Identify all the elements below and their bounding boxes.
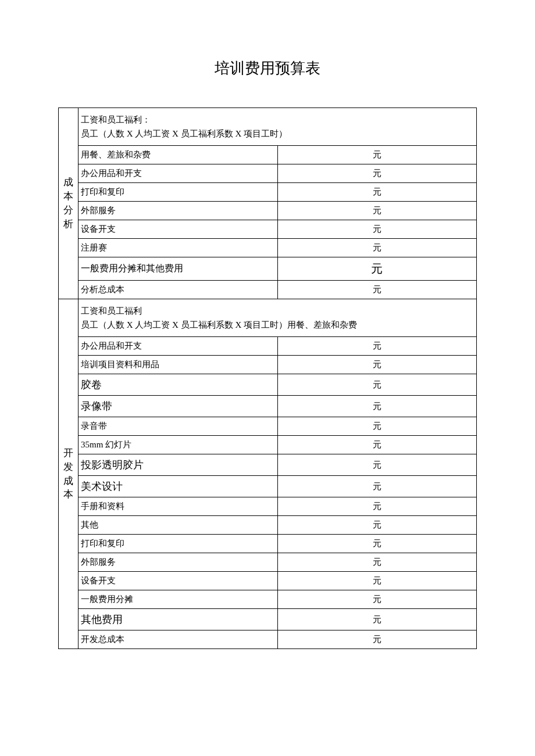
item-label: 录音带 [79, 417, 278, 436]
item-label: 注册赛 [79, 239, 278, 257]
unit-cell: 元 [277, 396, 477, 417]
table-row: 外部服务 元 [59, 553, 477, 572]
item-label: 美术设计 [79, 476, 278, 497]
unit-cell: 元 [277, 476, 477, 497]
item-label: 一般费用分摊 [79, 590, 278, 609]
item-label: 设备开支 [79, 572, 278, 590]
table-row: 其他 元 [59, 516, 477, 535]
item-label: 打印和复印 [79, 183, 278, 202]
item-label: 外部服务 [79, 202, 278, 220]
table-row: 其他费用 元 [59, 609, 477, 630]
header-line: 工资和员工福利 [81, 304, 474, 318]
table-row: 投影透明胶片 元 [59, 454, 477, 476]
table-row: 录像带 元 [59, 396, 477, 417]
unit-cell: 元 [277, 337, 477, 356]
item-label: 开发总成本 [79, 630, 278, 649]
unit-cell: 元 [277, 516, 477, 535]
item-label: 打印和复印 [79, 535, 278, 553]
unit-cell: 元 [277, 590, 477, 609]
table-row: 35mm 幻灯片 元 [59, 436, 477, 454]
table-row: 美术设计 元 [59, 476, 477, 497]
item-label: 外部服务 [79, 553, 278, 572]
unit-cell: 元 [277, 609, 477, 630]
item-label: 投影透明胶片 [79, 454, 278, 476]
unit-cell: 元 [277, 417, 477, 436]
item-label: 胶卷 [79, 374, 278, 396]
table-row: 成本分析 工资和员工福利： 员工（人数 X 人均工资 X 员工福利系数 X 项目… [59, 108, 477, 146]
section-label-cost-analysis: 成本分析 [59, 108, 79, 299]
item-label: 一般费用分摊和其他费用 [79, 257, 278, 281]
section-header: 工资和员工福利 员工（人数 X 人均工资 X 员工福利系数 X 项目工时）用餐、… [79, 299, 477, 337]
table-row: 设备开支 元 [59, 572, 477, 590]
item-label: 办公用品和开支 [79, 337, 278, 356]
item-label: 录像带 [79, 396, 278, 417]
unit-cell: 元 [277, 497, 477, 516]
item-label: 办公用品和开支 [79, 164, 278, 183]
table-row: 胶卷 元 [59, 374, 477, 396]
table-row: 办公用品和开支 元 [59, 164, 477, 183]
table-row: 注册赛 元 [59, 239, 477, 257]
unit-cell: 元 [277, 281, 477, 299]
unit-cell: 元 [277, 220, 477, 239]
table-row: 分析总成本 元 [59, 281, 477, 299]
header-line: 工资和员工福利： [81, 113, 474, 127]
unit-cell: 元 [277, 630, 477, 649]
table-row: 一般费用分摊和其他费用 元 [59, 257, 477, 281]
unit-cell: 元 [277, 239, 477, 257]
table-row: 一般费用分摊 元 [59, 590, 477, 609]
unit-cell: 元 [277, 553, 477, 572]
table-row: 开发成本 工资和员工福利 员工（人数 X 人均工资 X 员工福利系数 X 项目工… [59, 299, 477, 337]
item-label: 35mm 幻灯片 [79, 436, 278, 454]
budget-table: 成本分析 工资和员工福利： 员工（人数 X 人均工资 X 员工福利系数 X 项目… [58, 108, 477, 649]
section-label-dev-cost: 开发成本 [59, 299, 79, 649]
table-row: 手册和资料 元 [59, 497, 477, 516]
header-line: 员工（人数 X 人均工资 X 员工福利系数 X 项目工时） [81, 127, 474, 141]
unit-cell: 元 [277, 436, 477, 454]
item-label: 培训项目资料和用品 [79, 356, 278, 374]
table-row: 外部服务 元 [59, 202, 477, 220]
unit-cell: 元 [277, 356, 477, 374]
item-label: 其他 [79, 516, 278, 535]
table-row: 用餐、差旅和杂费 元 [59, 146, 477, 164]
unit-cell: 元 [277, 454, 477, 476]
item-label: 用餐、差旅和杂费 [79, 146, 278, 164]
item-label: 其他费用 [79, 609, 278, 630]
unit-cell: 元 [277, 183, 477, 202]
unit-cell: 元 [277, 146, 477, 164]
table-row: 录音带 元 [59, 417, 477, 436]
unit-cell: 元 [277, 257, 477, 281]
unit-cell: 元 [277, 202, 477, 220]
table-row: 打印和复印 元 [59, 183, 477, 202]
unit-cell: 元 [277, 374, 477, 396]
table-row: 打印和复印 元 [59, 535, 477, 553]
unit-cell: 元 [277, 164, 477, 183]
item-label: 设备开支 [79, 220, 278, 239]
unit-cell: 元 [277, 572, 477, 590]
item-label: 手册和资料 [79, 497, 278, 516]
document-title: 培训费用预算表 [58, 58, 477, 78]
item-label: 分析总成本 [79, 281, 278, 299]
table-row: 办公用品和开支 元 [59, 337, 477, 356]
table-row: 设备开支 元 [59, 220, 477, 239]
unit-cell: 元 [277, 535, 477, 553]
section-header: 工资和员工福利： 员工（人数 X 人均工资 X 员工福利系数 X 项目工时） [79, 108, 477, 146]
table-row: 开发总成本 元 [59, 630, 477, 649]
table-row: 培训项目资料和用品 元 [59, 356, 477, 374]
header-line: 员工（人数 X 人均工资 X 员工福利系数 X 项目工时）用餐、差旅和杂费 [81, 318, 474, 332]
